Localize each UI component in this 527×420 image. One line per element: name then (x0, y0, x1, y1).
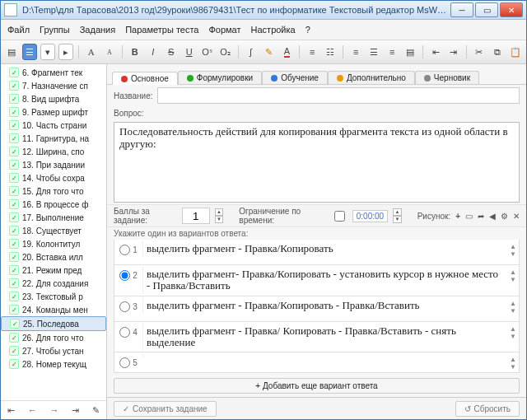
tab-Основное[interactable]: Основное (112, 72, 178, 85)
nav-prev-icon[interactable]: ← (28, 405, 37, 415)
answer-radio[interactable] (119, 327, 130, 338)
menu-params[interactable]: Параметры теста (125, 25, 198, 35)
nav-edit-icon[interactable]: ✎ (92, 405, 100, 416)
pic-screen-icon[interactable]: ▭ (465, 212, 473, 221)
saveas-icon[interactable]: ▸ (58, 44, 73, 60)
sub-icon[interactable]: O₂ (218, 44, 233, 60)
highlight-icon[interactable]: ✎ (261, 44, 276, 60)
ans-up-icon[interactable]: ▲ (510, 268, 516, 276)
ans-down-icon[interactable]: ▼ (510, 333, 516, 340)
menu-help[interactable]: ? (305, 25, 310, 35)
close-button[interactable]: ✕ (500, 2, 523, 17)
timelimit-value[interactable]: 0:00:00 (352, 210, 388, 222)
time-down-icon[interactable]: ▼ (393, 216, 402, 223)
ans-down-icon[interactable]: ▼ (510, 307, 516, 315)
sidebar-item-26[interactable]: ✓26. Для того что (1, 331, 106, 344)
super-icon[interactable]: Oˢ (200, 44, 215, 60)
menu-tasks[interactable]: Задания (80, 25, 115, 35)
font-size-icon[interactable]: A (84, 44, 99, 60)
points-input[interactable] (182, 208, 210, 224)
pic-export-icon[interactable]: ➦ (478, 212, 484, 221)
answer-text[interactable]: выделить фрагмент- Правка/Копировать - у… (142, 267, 507, 294)
answer-text[interactable]: выделить фрагмент - Правка/ Копировать -… (142, 324, 507, 351)
font-size-small-icon[interactable]: A (102, 44, 117, 60)
answer-radio[interactable] (119, 301, 130, 312)
question-editor[interactable]: Последовательность действий для копирова… (114, 122, 520, 203)
ans-down-icon[interactable]: ▼ (510, 276, 516, 283)
new-icon[interactable]: ▤ (4, 44, 19, 60)
points-down-icon[interactable]: ▼ (215, 216, 224, 223)
fontcolor-icon[interactable]: A (279, 44, 294, 60)
nav-last-icon[interactable]: ⇥ (72, 405, 79, 416)
menu-settings[interactable]: Настройка (251, 25, 296, 35)
sidebar-item-27[interactable]: ✓27. Чтобы устан (1, 344, 106, 357)
align-justify-icon[interactable]: ▤ (403, 44, 417, 60)
tab-Черновик[interactable]: Черновик (415, 71, 479, 84)
underline-icon[interactable]: U (182, 44, 197, 60)
ans-down-icon[interactable]: ▼ (510, 250, 516, 258)
pic-add-icon[interactable]: + (455, 212, 460, 221)
sidebar-item-28[interactable]: ✓28. Номер текущ (1, 357, 106, 371)
reset-button[interactable]: ↺ Сбросить (455, 401, 520, 417)
answer-text[interactable] (142, 354, 507, 357)
sidebar-item-17[interactable]: ✓17. Выполнение (1, 211, 106, 224)
nav-next-icon[interactable]: → (49, 405, 58, 415)
save-task-button[interactable]: ✓ Сохранить задание (114, 401, 217, 417)
sidebar-item-14[interactable]: ✓14. Чтобы сохра (1, 171, 106, 184)
save-icon[interactable]: ▾ (40, 44, 55, 60)
sidebar-item-24[interactable]: ✓24. Команды мен (1, 303, 106, 316)
symbol-icon[interactable]: ∫ (243, 44, 258, 60)
bold-icon[interactable]: B (128, 44, 142, 60)
pic-prev-icon[interactable]: ◀ (489, 212, 496, 221)
align-center-icon[interactable]: ☰ (366, 44, 381, 60)
menu-format[interactable]: Формат (208, 25, 240, 35)
open-icon[interactable]: ☰ (22, 44, 37, 60)
tab-Обучение[interactable]: Обучение (262, 71, 328, 84)
sidebar-item-6[interactable]: ✓6. Фрагмент тек (1, 66, 106, 79)
menu-file[interactable]: Файл (7, 25, 30, 35)
sidebar-item-19[interactable]: ✓19. Колонтитул (1, 237, 106, 250)
answer-radio[interactable] (119, 245, 130, 255)
ans-up-icon[interactable]: ▲ (510, 300, 516, 307)
paste-icon[interactable]: 📋 (508, 44, 523, 60)
sidebar-item-21[interactable]: ✓21. Режим пред (1, 264, 106, 277)
sidebar-item-16[interactable]: ✓16. В процессе ф (1, 198, 106, 211)
ans-up-icon[interactable]: ▲ (510, 325, 516, 333)
cut-icon[interactable]: ✂ (472, 44, 487, 60)
sidebar-item-8[interactable]: ✓8. Вид шрифта (1, 92, 106, 105)
ans-up-icon[interactable]: ▲ (510, 243, 516, 250)
tab-Дополнительно[interactable]: Дополнительно (328, 71, 415, 84)
copy-icon[interactable]: ⧉ (490, 44, 505, 60)
sidebar-item-10[interactable]: ✓10. Часть страни (1, 119, 106, 132)
name-input[interactable] (157, 87, 520, 104)
sidebar-item-20[interactable]: ✓20. Вставка илл (1, 250, 106, 264)
answer-text[interactable]: выделить фрагмент - Правка/Копировать (142, 241, 507, 256)
indent-left-icon[interactable]: ⇤ (428, 44, 443, 60)
tab-Формулировки[interactable]: Формулировки (178, 71, 262, 84)
pic-delete-icon[interactable]: ✕ (513, 212, 520, 221)
nav-first-icon[interactable]: ⇤ (7, 405, 15, 416)
answer-radio[interactable] (119, 357, 130, 368)
indent-right-icon[interactable]: ⇥ (446, 44, 461, 60)
align-left-icon[interactable]: ≡ (348, 44, 363, 60)
sidebar-item-9[interactable]: ✓9. Размер шрифт (1, 105, 106, 119)
sidebar-item-23[interactable]: ✓23. Текстовый р (1, 290, 106, 303)
ans-down-icon[interactable]: ▼ (510, 363, 516, 371)
add-variant-button[interactable]: + Добавить еще вариант ответа (114, 378, 520, 394)
sidebar-item-11[interactable]: ✓11. Гарнитура, на (1, 132, 106, 145)
answer-radio[interactable] (119, 270, 130, 281)
sidebar-item-7[interactable]: ✓7. Назначение сп (1, 79, 106, 92)
answer-text[interactable]: выделить фрагмент - Правка/Копировать - … (142, 298, 507, 313)
strike-icon[interactable]: S (164, 44, 179, 60)
sidebar-item-13[interactable]: ✓13. При задании (1, 158, 106, 171)
list-icon[interactable]: ≡ (305, 44, 319, 60)
pic-settings-icon[interactable]: ⚙ (501, 212, 508, 221)
timelimit-checkbox[interactable] (334, 211, 345, 222)
maximize-button[interactable]: ▭ (475, 2, 498, 17)
italic-icon[interactable]: I (146, 44, 161, 60)
sidebar-item-25[interactable]: ✓25. Последова (1, 316, 106, 331)
sidebar-item-22[interactable]: ✓22. Для создания (1, 277, 106, 290)
ans-up-icon[interactable]: ▲ (510, 356, 516, 363)
sidebar-item-15[interactable]: ✓15. Для того что (1, 184, 106, 198)
align-right-icon[interactable]: ≡ (385, 44, 399, 60)
